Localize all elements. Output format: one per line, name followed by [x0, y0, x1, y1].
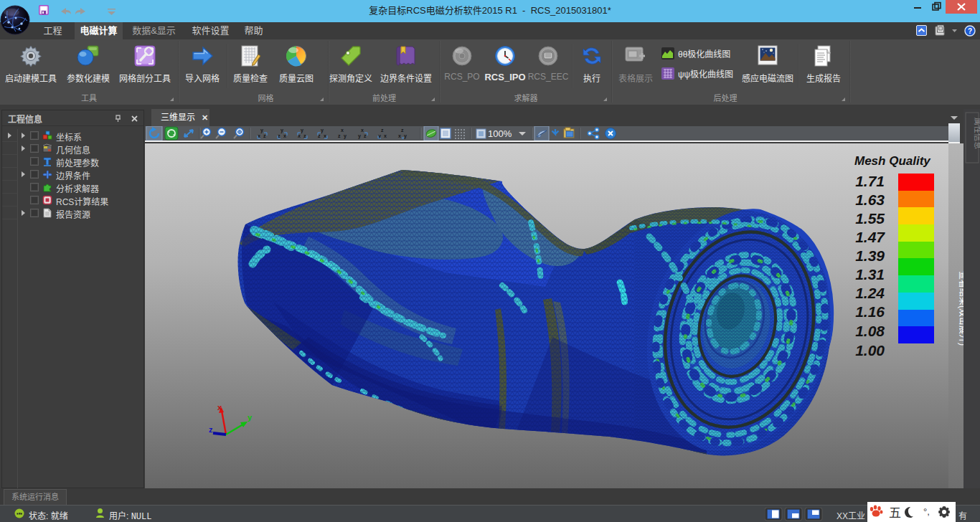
svg-text:°,: °, [923, 506, 930, 517]
svg-text:y: y [358, 133, 361, 139]
svg-text:五: 五 [889, 506, 901, 520]
svg-text:y: y [281, 128, 283, 133]
svg-text:y: y [404, 133, 407, 139]
svg-text:x: x [217, 403, 222, 412]
svg-text:x: x [283, 133, 286, 138]
svg-text:z: z [209, 425, 213, 434]
svg-text:z: z [338, 133, 341, 138]
svg-text:x: x [398, 133, 401, 138]
svg-text:z: z [278, 133, 281, 138]
svg-text:x: x [298, 133, 301, 138]
svg-text:z: z [401, 128, 404, 133]
svg-text:y: y [301, 128, 303, 133]
svg-text:查看结果(双击展开): 查看结果(双击展开) [958, 271, 963, 346]
svg-text:z: z [364, 133, 367, 138]
svg-text:z: z [318, 133, 321, 138]
svg-text:x: x [341, 128, 344, 133]
svg-text:x: x [384, 133, 387, 138]
svg-text:y: y [344, 133, 347, 139]
svg-text:?: ? [968, 27, 972, 35]
svg-text:y: y [321, 128, 324, 133]
svg-text:z: z [381, 128, 384, 133]
svg-text:属性信息: 属性信息 [974, 118, 980, 149]
svg-text:z: z [263, 133, 266, 138]
svg-text:z: z [303, 133, 306, 138]
svg-text:x: x [258, 133, 260, 138]
svg-text:x: x [361, 128, 364, 133]
svg-text:y: y [260, 128, 263, 133]
svg-text:x: x [324, 133, 326, 138]
svg-text:y: y [248, 413, 253, 422]
svg-text:100%: 100% [488, 128, 512, 139]
